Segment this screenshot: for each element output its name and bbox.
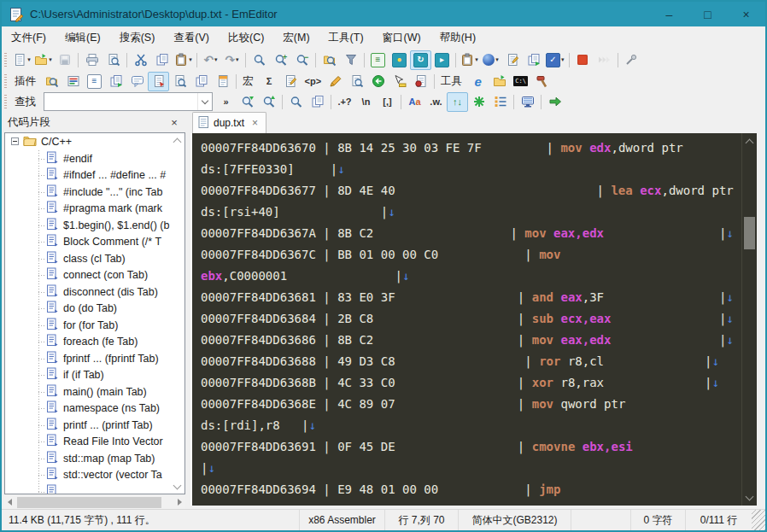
count-matches-button[interactable] (489, 92, 511, 112)
plugin-html-bar-button[interactable] (62, 72, 84, 91)
web-browser-button[interactable]: ▾ (480, 50, 501, 70)
escape-toggle-button[interactable]: \n (355, 92, 377, 112)
filter-button[interactable] (340, 50, 361, 70)
save-button[interactable] (54, 50, 75, 70)
snippet-item[interactable]: #include "..." (inc Tab (5, 184, 184, 201)
menu-item[interactable]: 帮助(H) (430, 26, 485, 49)
undo-button[interactable]: ↶▾ (200, 50, 221, 70)
whole-word-button[interactable]: .w. (425, 92, 447, 112)
menu-item[interactable]: 搜索(S) (110, 26, 165, 49)
cut-button[interactable] (130, 50, 151, 70)
plugin-projects-button[interactable] (190, 72, 212, 91)
snippet-item[interactable]: do (do Tab) (5, 301, 184, 318)
plugin-web-preview-button[interactable] (212, 72, 233, 91)
plugin-outline-button[interactable]: ≡ (84, 72, 105, 91)
snippet-item[interactable]: disconnect (dis Tab) (5, 284, 184, 301)
html-tag-button[interactable]: <p> (302, 72, 325, 91)
zoom-out-button[interactable]: − (291, 50, 313, 70)
copy-results-button[interactable] (307, 92, 328, 112)
tab-dup-txt[interactable]: dup.txt × (192, 112, 266, 133)
plugin-search-button[interactable] (169, 72, 190, 91)
scroll-left-icon[interactable] (8, 499, 12, 506)
open-file-button[interactable]: ▾ (32, 50, 54, 70)
paste-button[interactable]: ▾ (173, 50, 194, 70)
macro-sum-button[interactable]: Σ (259, 72, 280, 91)
editor-vertical-scrollbar[interactable] (741, 133, 757, 506)
snippet-item[interactable]: #endif (5, 150, 184, 167)
copy-button[interactable] (151, 50, 173, 70)
horizontal-scroll-thumb[interactable] (17, 497, 161, 508)
snippet-item[interactable]: namespace (ns Tab) (5, 400, 184, 418)
snippet-item[interactable]: Read File Into Vector (5, 434, 184, 451)
status-cell[interactable]: x86 Assembler (299, 510, 384, 530)
tab-close-icon[interactable]: × (252, 117, 258, 129)
highlight-all-button[interactable] (468, 92, 489, 112)
status-cell[interactable]: 简体中文(GB2312) (458, 510, 571, 530)
record-macro-button[interactable] (501, 50, 523, 70)
snippets-tree[interactable]: C/C++#endif#ifndef ... #define ... ##inc… (4, 132, 185, 494)
scroll-right-icon[interactable] (178, 499, 182, 506)
error-list-button[interactable] (410, 72, 431, 91)
snippet-item[interactable] (5, 483, 184, 494)
tree-expand-icon[interactable] (11, 136, 19, 148)
close-button[interactable]: × (727, 2, 765, 26)
redo-button[interactable]: ↷▾ (221, 50, 243, 70)
compare-options-button[interactable]: ● (389, 50, 410, 70)
compare-button[interactable]: ≡ (367, 50, 389, 70)
snippet-item[interactable]: fprintf ... (fprintf Tab) (5, 350, 184, 367)
jump-next-button[interactable] (544, 92, 565, 112)
run-macro-button[interactable] (594, 50, 615, 70)
find-previous-button[interactable] (258, 92, 279, 112)
snippet-item[interactable]: printf ... (printf Tab) (5, 417, 184, 434)
internet-explorer-button[interactable]: e (467, 72, 489, 91)
regex-toggle-button[interactable]: .+? (334, 92, 355, 112)
snippet-item[interactable]: $1.begin(), $1.end() (b (5, 217, 184, 234)
plugin-snippets-button[interactable] (148, 72, 169, 91)
macro-library-button[interactable] (346, 72, 367, 91)
combobox-dropdown-icon[interactable] (197, 93, 212, 110)
minimize-button[interactable]: – (650, 2, 688, 26)
find-combobox[interactable] (44, 92, 213, 111)
editor-text-area[interactable]: 00007FF84DD63670 | 8B 14 25 30 03 FE 7F … (192, 133, 741, 506)
snippet-item[interactable]: #pragma mark (mark (5, 201, 184, 218)
find-all-button[interactable] (285, 92, 307, 112)
menu-item[interactable]: 文件(F) (2, 26, 56, 49)
find-next-button[interactable] (237, 92, 258, 112)
snippet-item[interactable]: foreach (fe Tab) (5, 334, 184, 351)
plugin-word-complete-button[interactable] (126, 72, 148, 91)
toolbar-drag-handle[interactable] (4, 74, 7, 88)
find-button[interactable] (249, 50, 270, 70)
snippet-item[interactable]: std::vector (vector Ta (5, 467, 184, 484)
macro-list-button[interactable]: ✓▾ (544, 50, 566, 70)
print-preview-button[interactable] (102, 50, 124, 70)
toolbar-drag-handle[interactable] (4, 95, 7, 108)
tree-scroll-down-icon[interactable] (172, 482, 182, 490)
new-file-button[interactable]: ▾ (11, 50, 32, 70)
build-hammer-button[interactable] (531, 72, 553, 91)
menu-item[interactable]: 编辑(E) (56, 26, 110, 49)
resize-grip[interactable] (752, 510, 765, 530)
panel-close-icon[interactable]: × (167, 116, 182, 129)
browser-back-button[interactable] (367, 72, 389, 91)
print-button[interactable] (81, 50, 102, 70)
menu-item[interactable]: 工具(T) (319, 26, 373, 49)
snippet-item[interactable]: connect (con Tab) (5, 267, 184, 284)
tree-folder-c-cpp[interactable]: C/C++ (5, 133, 184, 150)
scroll-up-icon[interactable] (742, 135, 757, 147)
sidebar-horizontal-scrollbar[interactable] (4, 496, 185, 509)
toolbar-drag-handle[interactable] (4, 53, 7, 67)
snippet-item[interactable]: std::map (map Tab) (5, 450, 184, 467)
maximize-button[interactable]: □ (688, 2, 727, 26)
toolbar-overflow-button[interactable]: » (215, 92, 237, 112)
zoom-in-button[interactable]: + (270, 50, 291, 70)
match-case-button[interactable]: Aa (404, 92, 425, 112)
command-prompt-button[interactable]: C:\ (510, 72, 531, 91)
customize-button[interactable] (621, 50, 642, 70)
menu-item[interactable]: 比较(C) (219, 26, 273, 49)
snippet-item[interactable]: class (cl Tab) (5, 250, 184, 267)
display-mode-button[interactable] (517, 92, 538, 112)
status-cell[interactable]: 0/111 行 (685, 510, 752, 530)
vertical-scroll-thumb[interactable] (744, 217, 755, 249)
menu-item[interactable]: 窗口(W) (373, 26, 430, 49)
snippet-item[interactable]: for (for Tab) (5, 317, 184, 334)
